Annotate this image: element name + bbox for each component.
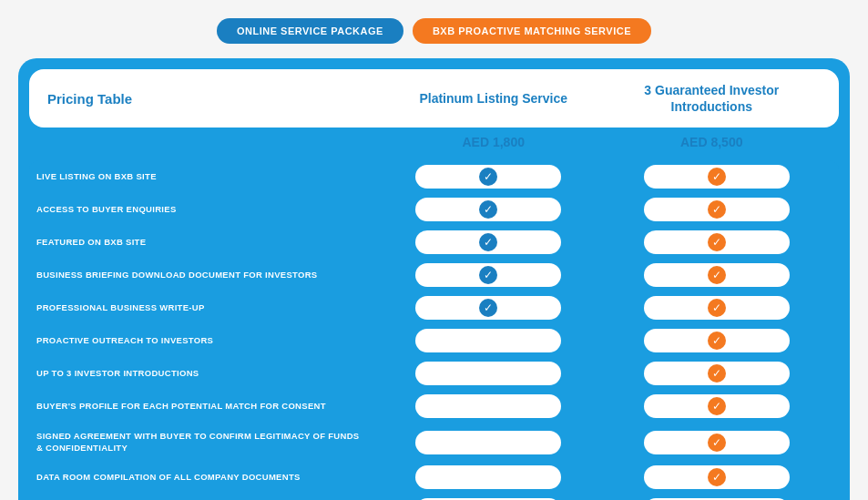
feature-col1 <box>373 329 603 352</box>
feature-row: MANAGEMENT OF INVESTOR'S ACCESS INTO DAT… <box>36 494 832 500</box>
top-tabs: ONLINE SERVICE PACKAGE BXB PROACTIVE MAT… <box>18 18 850 44</box>
feature-label: PROACTIVE OUTREACH TO INVESTORS <box>36 335 373 346</box>
check-icon-col2: ✓ <box>708 397 726 415</box>
features-container: LIVE LISTING ON BXB SITE✓✓ACCESS TO BUYE… <box>29 160 839 500</box>
feature-row: SIGNED AGREEMENT WITH BUYER TO CONFIRM L… <box>36 423 832 461</box>
check-pill-col1: ✓ <box>415 296 561 320</box>
feature-row: FEATURED ON BXB SITE✓✓ <box>36 226 832 259</box>
feature-label: ACCESS TO BUYER ENQUIRIES <box>36 204 373 215</box>
check-icon-col2: ✓ <box>708 434 726 452</box>
check-icon-col2: ✓ <box>708 200 726 219</box>
feature-col2: ✓ <box>603 394 832 418</box>
feature-label: PROFESSIONAL BUSINESS WRITE-UP <box>36 302 373 313</box>
check-pill-col2: ✓ <box>644 329 790 352</box>
feature-row: BUSINESS BRIEFING DOWNLOAD DOCUMENT FOR … <box>36 259 832 291</box>
check-icon-col2: ✓ <box>708 266 726 284</box>
col1-header: Platinum Listing Service <box>384 90 603 107</box>
feature-col2: ✓ <box>603 329 832 352</box>
check-pill-col2: ✓ <box>644 230 790 254</box>
check-icon-col1: ✓ <box>479 200 497 219</box>
feature-row: BUYER'S PROFILE FOR EACH POTENTIAL MATCH… <box>36 390 832 423</box>
check-pill-col1: ✓ <box>415 230 561 254</box>
feature-col2: ✓ <box>603 198 832 221</box>
col1-price: AED 1,800 <box>384 135 603 149</box>
check-icon-col1: ✓ <box>479 299 497 317</box>
feature-col1: ✓ <box>373 296 603 320</box>
feature-col1 <box>373 429 603 454</box>
check-pill-col2: ✓ <box>644 296 790 320</box>
check-pill-col2: ✓ <box>644 394 790 418</box>
empty-pill-col1 <box>415 362 561 385</box>
main-card: Pricing Table Platinum Listing Service 3… <box>18 58 850 500</box>
header-row: Pricing Table Platinum Listing Service 3… <box>29 69 839 128</box>
check-icon-col1: ✓ <box>479 168 497 186</box>
check-pill-col1: ✓ <box>415 165 561 189</box>
check-pill-col2: ✓ <box>644 362 790 385</box>
feature-col2: ✓ <box>603 230 832 254</box>
check-pill-col1: ✓ <box>415 198 561 221</box>
price-row: AED 1,800 AED 8,500 <box>29 128 839 157</box>
check-pill-col2: ✓ <box>644 165 790 189</box>
feature-col2: ✓ <box>603 362 832 385</box>
feature-col2: ✓ <box>603 165 832 189</box>
check-pill-col1: ✓ <box>415 263 561 287</box>
feature-label: UP TO 3 INVESTOR INTRODUCTIONS <box>36 368 373 379</box>
feature-row: UP TO 3 INVESTOR INTRODUCTIONS✓ <box>36 357 832 390</box>
empty-pill-col1 <box>415 394 561 418</box>
feature-label: BUSINESS BRIEFING DOWNLOAD DOCUMENT FOR … <box>36 270 373 281</box>
online-service-tab[interactable]: ONLINE SERVICE PACKAGE <box>217 18 403 44</box>
feature-col1 <box>373 394 603 418</box>
feature-label: DATA ROOM COMPILATION OF ALL COMPANY DOC… <box>36 472 373 483</box>
feature-row: LIVE LISTING ON BXB SITE✓✓ <box>36 160 832 193</box>
col2-header: 3 Guaranteed Investor Introductions <box>603 82 822 115</box>
check-icon-col2: ✓ <box>708 468 726 486</box>
check-icon-col2: ✓ <box>708 233 726 251</box>
feature-col1 <box>373 465 603 489</box>
feature-label: LIVE LISTING ON BXB SITE <box>36 171 373 182</box>
check-icon-col2: ✓ <box>708 299 726 317</box>
feature-row: ACCESS TO BUYER ENQUIRIES✓✓ <box>36 193 832 226</box>
feature-label: SIGNED AGREEMENT WITH BUYER TO CONFIRM L… <box>36 429 373 454</box>
feature-col1: ✓ <box>373 230 603 254</box>
feature-col2: ✓ <box>603 296 832 320</box>
check-pill-col2: ✓ <box>644 263 790 287</box>
check-icon-col1: ✓ <box>479 266 497 284</box>
empty-pill-col1 <box>415 465 561 489</box>
check-icon-col2: ✓ <box>708 364 726 383</box>
check-pill-col2: ✓ <box>644 465 790 489</box>
check-pill-col2: ✓ <box>644 431 790 454</box>
bxb-proactive-tab[interactable]: BXB PROACTIVE MATCHING SERVICE <box>413 18 651 44</box>
col2-price: AED 8,500 <box>603 135 822 149</box>
feature-row: PROACTIVE OUTREACH TO INVESTORS✓ <box>36 324 832 357</box>
check-pill-col2: ✓ <box>644 198 790 221</box>
empty-pill-col1 <box>415 329 561 352</box>
feature-col2: ✓ <box>603 429 832 454</box>
check-icon-col2: ✓ <box>708 332 726 350</box>
pricing-table-label: Pricing Table <box>47 91 384 107</box>
check-icon-col1: ✓ <box>479 233 497 251</box>
feature-row: PROFESSIONAL BUSINESS WRITE-UP✓✓ <box>36 291 832 324</box>
feature-col1: ✓ <box>373 165 603 189</box>
feature-label: FEATURED ON BXB SITE <box>36 237 373 248</box>
check-icon-col2: ✓ <box>708 168 726 186</box>
feature-col1: ✓ <box>373 263 603 287</box>
feature-col1: ✓ <box>373 198 603 221</box>
empty-pill-col1 <box>415 431 561 454</box>
feature-col2: ✓ <box>603 263 832 287</box>
feature-label: BUYER'S PROFILE FOR EACH POTENTIAL MATCH… <box>36 401 373 412</box>
feature-row: DATA ROOM COMPILATION OF ALL COMPANY DOC… <box>36 461 832 494</box>
feature-col2: ✓ <box>603 465 832 489</box>
feature-col1 <box>373 362 603 385</box>
